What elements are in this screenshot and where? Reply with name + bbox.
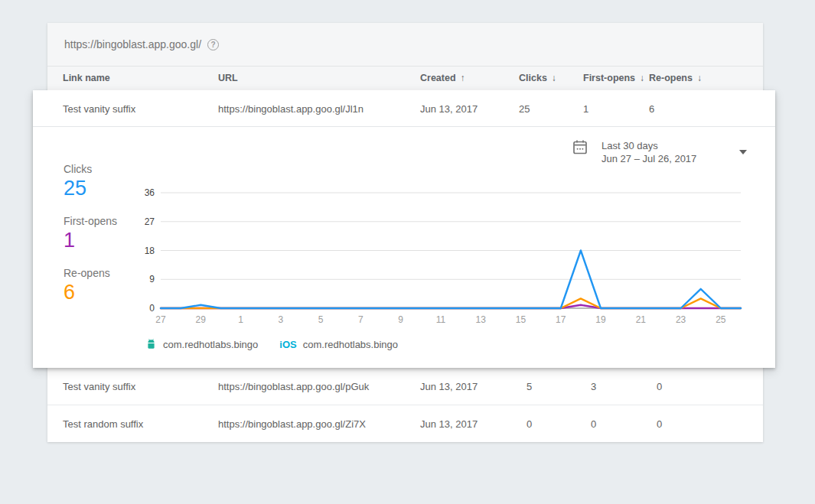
date-range-label: Last 30 days (601, 139, 696, 152)
legend-item-ios: iOS com.redhotlabs.bingo (279, 339, 398, 350)
date-range-value: Jun 27 – Jul 26, 2017 (601, 152, 696, 165)
svg-text:23: 23 (676, 314, 686, 325)
svg-text:36: 36 (145, 187, 155, 198)
table-header-row: Link name URL Created ↑ Clicks ↓ First-o… (47, 67, 763, 89)
analytics-line-chart: 091827362729135791113151719212325 (144, 176, 756, 329)
svg-text:11: 11 (436, 314, 446, 325)
legend-label: com.redhotlabs.bingo (303, 339, 398, 350)
svg-text:9: 9 (398, 314, 403, 325)
re-opens-cell: 0 (649, 405, 662, 443)
sort-asc-icon: ↑ (461, 73, 465, 83)
link-name-cell: Test vanity suffix (63, 368, 135, 405)
first-opens-cell: 0 (583, 405, 596, 443)
svg-text:9: 9 (149, 274, 155, 285)
svg-text:15: 15 (516, 314, 526, 325)
column-header-link-name[interactable]: Link name (63, 67, 110, 89)
help-icon[interactable]: ? (207, 39, 219, 50)
chevron-down-icon[interactable] (739, 150, 747, 154)
metric-label-re-opens: Re-opens (64, 267, 110, 279)
svg-text:19: 19 (595, 314, 606, 325)
svg-text:1: 1 (238, 314, 243, 325)
column-header-clicks[interactable]: Clicks ↓ (519, 67, 556, 89)
url-cell: https://bingoblast.app.goo.gl/Zi7X (218, 405, 366, 443)
clicks-cell: 25 (519, 90, 530, 127)
svg-text:27: 27 (145, 216, 155, 227)
clicks-cell: 0 (519, 405, 532, 443)
chart-legend: com.redhotlabs.bingo iOS com.redhotlabs.… (145, 338, 419, 350)
svg-text:27: 27 (155, 314, 166, 325)
domain-url: https://bingoblast.app.goo.gl/ (64, 38, 201, 50)
metric-value-re-opens: 6 (64, 281, 75, 304)
svg-text:17: 17 (556, 314, 566, 325)
svg-text:29: 29 (196, 314, 207, 325)
column-label: Re-opens (649, 73, 693, 83)
url-cell: https://bingoblast.app.goo.gl/Jl1n (218, 90, 363, 127)
sort-desc-icon: ↓ (552, 73, 556, 83)
link-name-cell: Test vanity suffix (63, 90, 135, 127)
column-label: Created (420, 73, 456, 83)
table-row[interactable]: Test random suffix https://bingoblast.ap… (47, 405, 763, 442)
legend-label: com.redhotlabs.bingo (163, 339, 258, 350)
table-row[interactable]: Test vanity suffix https://bingoblast.ap… (47, 367, 763, 405)
domain-header: https://bingoblast.app.goo.gl/ ? (47, 23, 763, 67)
legend-item-android: com.redhotlabs.bingo (145, 338, 258, 350)
svg-text:18: 18 (145, 245, 155, 256)
created-cell: Jun 13, 2017 (420, 368, 478, 405)
metric-value-first-opens: 1 (64, 229, 75, 252)
svg-text:21: 21 (636, 314, 647, 325)
sort-desc-icon: ↓ (640, 73, 644, 83)
first-opens-cell: 3 (583, 368, 596, 405)
first-opens-cell: 1 (583, 90, 588, 127)
sort-desc-icon: ↓ (697, 73, 702, 83)
column-label: First-opens (583, 73, 635, 83)
created-cell: Jun 13, 2017 (420, 90, 478, 127)
calendar-icon (572, 139, 588, 155)
clicks-cell: 5 (519, 368, 532, 405)
re-opens-cell: 0 (649, 368, 662, 405)
metric-label-clicks: Clicks (64, 163, 92, 175)
link-name-cell: Test random suffix (63, 405, 143, 443)
column-header-first-opens[interactable]: First-opens ↓ (583, 67, 644, 89)
column-header-re-opens[interactable]: Re-opens ↓ (649, 67, 702, 89)
created-cell: Jun 13, 2017 (420, 405, 478, 443)
column-label: Clicks (519, 73, 547, 83)
svg-text:25: 25 (716, 314, 726, 325)
svg-text:7: 7 (358, 314, 363, 325)
ios-icon: iOS (279, 339, 296, 350)
column-header-created[interactable]: Created ↑ (420, 67, 465, 89)
date-range-picker[interactable]: Last 30 days Jun 27 – Jul 26, 2017 (572, 139, 696, 165)
expanded-link-panel: Test vanity suffix https://bingoblast.ap… (33, 90, 775, 368)
svg-text:0: 0 (149, 303, 155, 314)
svg-text:3: 3 (278, 314, 283, 325)
android-icon (145, 338, 157, 350)
svg-text:13: 13 (476, 314, 487, 325)
column-label: Link name (63, 73, 110, 83)
metric-value-clicks: 25 (64, 177, 86, 200)
svg-text:5: 5 (318, 314, 324, 325)
column-header-url[interactable]: URL (218, 67, 238, 89)
expanded-table-row[interactable]: Test vanity suffix https://bingoblast.ap… (33, 90, 775, 127)
metric-label-first-opens: First-opens (64, 215, 117, 227)
url-cell: https://bingoblast.app.goo.gl/pGuk (218, 368, 369, 405)
column-label: URL (218, 73, 238, 83)
re-opens-cell: 6 (649, 90, 654, 127)
